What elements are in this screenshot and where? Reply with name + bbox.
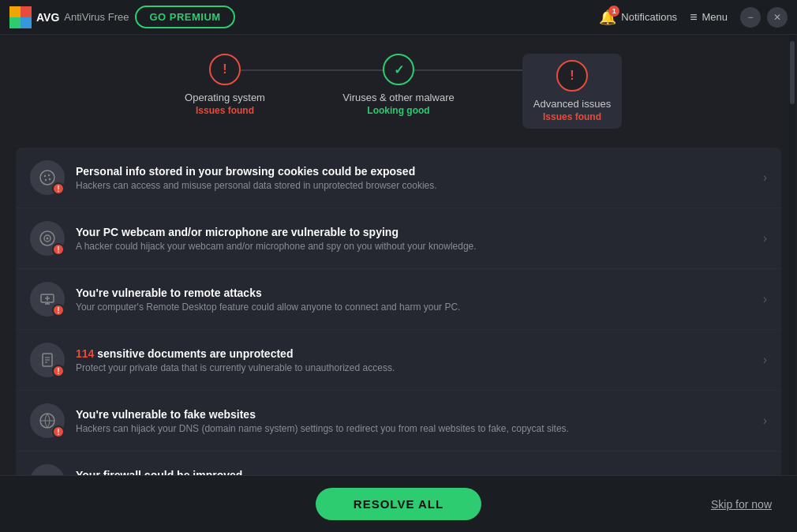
step-viruses-label: Viruses & other malware bbox=[342, 92, 454, 103]
menu-button[interactable]: ≡ Menu bbox=[690, 10, 728, 24]
titlebar-left: AVG AntiVirus Free GO PREMIUM bbox=[9, 6, 235, 28]
svg-point-4 bbox=[40, 170, 54, 185]
step-viruses[interactable]: ✓ Viruses & other malware Looking good bbox=[312, 54, 485, 116]
step-advanced-status: Issues found bbox=[543, 111, 601, 122]
issue-title-documents: 114 sensitive documents are unprotected bbox=[76, 347, 755, 360]
issue-content-cookies: Personal info stored in your browsing co… bbox=[76, 165, 755, 191]
step-viruses-status: Looking good bbox=[367, 105, 429, 116]
steps-container: ! Operating system Issues found ✓ Viruse… bbox=[0, 35, 797, 141]
step-viruses-inner: ✓ Viruses & other malware Looking good bbox=[342, 54, 454, 116]
step-viruses-circle: ✓ bbox=[383, 54, 414, 85]
issue-icon-wrap-webcam: ! bbox=[30, 221, 65, 256]
issue-warning-badge-documents: ! bbox=[52, 365, 65, 377]
issue-content-remote: You're vulnerable to remote attacks Your… bbox=[76, 287, 755, 313]
issue-icon-wrap-documents: ! bbox=[30, 343, 65, 377]
issue-title-text-remote: You're vulnerable to remote attacks bbox=[76, 287, 262, 299]
step-advanced-issues[interactable]: ! Advanced issues Issues found bbox=[485, 54, 659, 129]
titlebar-right: 🔔 1 Notifications ≡ Menu − ✕ bbox=[599, 7, 788, 28]
step-os-inner: ! Operating system Issues found bbox=[185, 54, 265, 116]
issue-item-webcam[interactable]: ! Your PC webcam and/or microphone are v… bbox=[16, 208, 781, 269]
avg-brand-text: AVG bbox=[36, 11, 59, 24]
svg-rect-1 bbox=[21, 6, 32, 17]
scrollbar-track bbox=[789, 35, 795, 475]
issue-highlight-documents: 114 bbox=[76, 347, 94, 360]
issue-warning-badge-cookies: ! bbox=[52, 182, 65, 195]
notification-badge: 1 bbox=[608, 6, 619, 17]
issue-warning-badge-fake-websites: ! bbox=[52, 425, 65, 438]
issue-title-text-fake-websites: You're vulnerable to fake websites bbox=[76, 408, 256, 421]
menu-label: Menu bbox=[702, 11, 728, 23]
issue-description-remote: Your computer's Remote Desktop feature c… bbox=[76, 302, 755, 313]
svg-point-7 bbox=[45, 179, 47, 181]
window-controls: − ✕ bbox=[740, 7, 788, 28]
issue-arrow-remote: › bbox=[763, 292, 767, 306]
bell-icon-wrap: 🔔 1 bbox=[599, 9, 616, 26]
step-advanced-label: Advanced issues bbox=[533, 98, 611, 110]
issue-title-text-webcam: Your PC webcam and/or microphone are vul… bbox=[76, 226, 398, 238]
go-premium-button[interactable]: GO PREMIUM bbox=[135, 6, 234, 28]
issue-title-text-cookies: Personal info stored in your browsing co… bbox=[76, 165, 415, 178]
issue-description-webcam: A hacker could hijack your webcam and/or… bbox=[76, 241, 755, 252]
step-operating-system[interactable]: ! Operating system Issues found bbox=[138, 54, 312, 116]
issue-title-text-documents: sensitive documents are unprotected bbox=[94, 347, 293, 360]
issue-item-fake-websites[interactable]: ! You're vulnerable to fake websites Hac… bbox=[16, 391, 781, 451]
svg-point-6 bbox=[48, 174, 50, 176]
svg-point-8 bbox=[49, 178, 51, 180]
step-advanced-circle: ! bbox=[556, 60, 588, 92]
hamburger-icon: ≡ bbox=[690, 10, 697, 24]
issue-content-webcam: Your PC webcam and/or microphone are vul… bbox=[76, 226, 755, 252]
svg-point-5 bbox=[44, 175, 46, 177]
avg-logo-icon bbox=[9, 6, 32, 28]
issue-warning-badge-remote: ! bbox=[52, 304, 65, 317]
issue-item-remote[interactable]: ! You're vulnerable to remote attacks Yo… bbox=[16, 269, 781, 330]
titlebar: AVG AntiVirus Free GO PREMIUM 🔔 1 Notifi… bbox=[0, 0, 797, 35]
issue-arrow-webcam: › bbox=[763, 231, 767, 245]
resolve-all-button[interactable]: RESOLVE ALL bbox=[316, 488, 481, 520]
issue-content-documents: 114 sensitive documents are unprotected … bbox=[76, 347, 755, 373]
minimize-button[interactable]: − bbox=[740, 7, 761, 28]
issue-icon-wrap-fake-websites: ! bbox=[30, 403, 65, 438]
svg-rect-3 bbox=[21, 17, 32, 28]
svg-point-11 bbox=[47, 238, 49, 240]
issue-description-cookies: Hackers can access and misuse personal d… bbox=[76, 180, 755, 191]
step-os-label: Operating system bbox=[185, 92, 265, 103]
issue-title-webcam: Your PC webcam and/or microphone are vul… bbox=[76, 226, 755, 238]
issue-content-fake-websites: You're vulnerable to fake websites Hacke… bbox=[76, 408, 755, 434]
avg-logo: AVG AntiVirus Free bbox=[9, 6, 129, 28]
skip-for-now-button[interactable]: Skip for now bbox=[711, 498, 772, 511]
issue-title-remote: You're vulnerable to remote attacks bbox=[76, 287, 755, 299]
issue-icon-wrap-remote: ! bbox=[30, 282, 65, 317]
notifications-button[interactable]: 🔔 1 Notifications bbox=[599, 9, 677, 26]
issue-description-fake-websites: Hackers can hijack your DNS (domain name… bbox=[76, 423, 755, 434]
notifications-label: Notifications bbox=[621, 11, 677, 23]
step-advanced-box: ! Advanced issues Issues found bbox=[522, 54, 622, 129]
scrollbar-thumb[interactable] bbox=[790, 41, 795, 104]
issue-item-cookies[interactable]: ! Personal info stored in your browsing … bbox=[16, 148, 781, 208]
step-os-circle: ! bbox=[209, 54, 241, 85]
issue-title-fake-websites: You're vulnerable to fake websites bbox=[76, 408, 755, 421]
close-button[interactable]: ✕ bbox=[767, 7, 788, 28]
issue-warning-badge-webcam: ! bbox=[52, 243, 65, 256]
avg-product-text: AntiVirus Free bbox=[64, 11, 129, 23]
issue-icon-wrap-cookies: ! bbox=[30, 160, 65, 195]
issue-arrow-fake-websites: › bbox=[763, 414, 767, 428]
issues-list: ! Personal info stored in your browsing … bbox=[16, 148, 781, 511]
step-os-status: Issues found bbox=[196, 105, 254, 116]
issue-item-documents[interactable]: ! 114 sensitive documents are unprotecte… bbox=[16, 330, 781, 391]
bottom-bar: RESOLVE ALL Skip for now bbox=[0, 475, 797, 532]
issue-arrow-cookies: › bbox=[763, 170, 767, 185]
issue-title-cookies: Personal info stored in your browsing co… bbox=[76, 165, 755, 178]
issue-description-documents: Protect your private data that is curren… bbox=[76, 362, 755, 373]
svg-rect-0 bbox=[9, 6, 21, 17]
issue-arrow-documents: › bbox=[763, 353, 767, 367]
svg-rect-2 bbox=[9, 17, 21, 28]
